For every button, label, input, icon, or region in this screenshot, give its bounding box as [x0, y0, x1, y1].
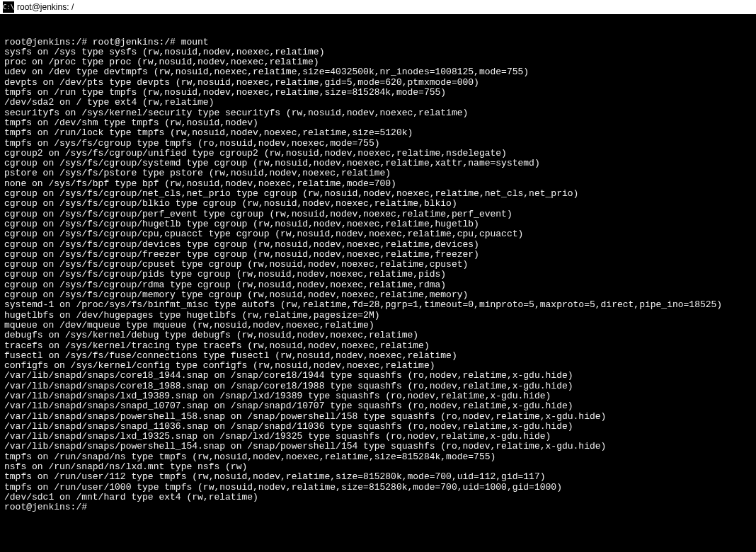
terminal-line: hugetlbfs on /dev/hugepages type hugetlb…	[4, 311, 752, 321]
terminal-line: cgroup on /sys/fs/cgroup/cpu,cpuacct typ…	[4, 229, 752, 239]
terminal-line: securityfs on /sys/kernel/security type …	[4, 108, 752, 118]
terminal-line: /var/lib/snapd/snaps/snapd_10707.snap on…	[4, 401, 752, 411]
window-titlebar: C:\ root@jenkins: /	[0, 0, 756, 14]
terminal-line: tmpfs on /dev/shm type tmpfs (rw,nosuid,…	[4, 118, 752, 128]
terminal-line: devpts on /dev/pts type devpts (rw,nosui…	[4, 78, 752, 88]
terminal-line: debugfs on /sys/kernel/debug type debugf…	[4, 330, 752, 340]
terminal-line: none on /sys/fs/bpf type bpf (rw,nosuid,…	[4, 179, 752, 189]
terminal-line: tmpfs on /run/user/1000 type tmpfs (rw,n…	[4, 483, 752, 493]
terminal-line: cgroup on /sys/fs/cgroup/rdma type cgrou…	[4, 280, 752, 290]
terminal-line: /dev/sda2 on / type ext4 (rw,relatime)	[4, 98, 752, 108]
terminal-line: cgroup on /sys/fs/cgroup/devices type cg…	[4, 240, 752, 250]
terminal-line: /var/lib/snapd/snaps/powershell_158.snap…	[4, 412, 752, 422]
terminal-line: /var/lib/snapd/snaps/powershell_154.snap…	[4, 442, 752, 452]
window-title: root@jenkins: /	[17, 2, 74, 12]
terminal-line: tmpfs on /run type tmpfs (rw,nosuid,node…	[4, 88, 752, 98]
terminal-line: cgroup on /sys/fs/cgroup/memory type cgr…	[4, 290, 752, 300]
terminal-line: /dev/sdc1 on /mnt/hard type ext4 (rw,rel…	[4, 493, 752, 502]
terminal-line: tmpfs on /run/snapd/ns type tmpfs (rw,no…	[4, 452, 752, 462]
terminal-line: tmpfs on /sys/fs/cgroup type tmpfs (ro,n…	[4, 139, 752, 149]
terminal-viewport[interactable]: root@jenkins:/# root@jenkins:/# mountsys…	[0, 14, 756, 552]
terminal-line: /var/lib/snapd/snaps/lxd_19389.snap on /…	[4, 391, 752, 401]
terminal-icon: C:\	[3, 1, 14, 13]
terminal-line: nsfs on /run/snapd/ns/lxd.mnt type nsfs …	[4, 462, 752, 472]
terminal-line: cgroup on /sys/fs/cgroup/net_cls,net_pri…	[4, 189, 752, 199]
terminal-content: root@jenkins:/# root@jenkins:/# mountsys…	[4, 38, 752, 513]
terminal-line: tmpfs on /run/lock type tmpfs (rw,nosuid…	[4, 128, 752, 138]
terminal-line: cgroup on /sys/fs/cgroup/perf_event type…	[4, 209, 752, 219]
terminal-line: fusectl on /sys/fs/fuse/connections type…	[4, 351, 752, 361]
terminal-line: cgroup on /sys/fs/cgroup/hugetlb type cg…	[4, 219, 752, 229]
terminal-line: tracefs on /sys/kernel/tracing type trac…	[4, 341, 752, 351]
terminal-line: configfs on /sys/kernel/config type conf…	[4, 361, 752, 371]
terminal-line: mqueue on /dev/mqueue type mqueue (rw,no…	[4, 321, 752, 330]
terminal-line: cgroup on /sys/fs/cgroup/blkio type cgro…	[4, 199, 752, 209]
terminal-line: cgroup on /sys/fs/cgroup/freezer type cg…	[4, 250, 752, 260]
terminal-line: pstore on /sys/fs/pstore type pstore (rw…	[4, 168, 752, 178]
terminal-line: cgroup2 on /sys/fs/cgroup/unified type c…	[4, 149, 752, 159]
terminal-line: cgroup on /sys/fs/cgroup/cpuset type cgr…	[4, 260, 752, 270]
terminal-line: proc on /proc type proc (rw,nosuid,nodev…	[4, 57, 752, 67]
terminal-line: sysfs on /sys type sysfs (rw,nosuid,node…	[4, 47, 752, 57]
terminal-line: /var/lib/snapd/snaps/core18_1988.snap on…	[4, 381, 752, 391]
terminal-line: root@jenkins:/# root@jenkins:/# mount	[4, 38, 752, 47]
terminal-line: tmpfs on /run/user/112 type tmpfs (rw,no…	[4, 472, 752, 482]
terminal-line: root@jenkins:/#	[4, 502, 752, 512]
terminal-line: udev on /dev type devtmpfs (rw,nosuid,no…	[4, 67, 752, 77]
terminal-line: systemd-1 on /proc/sys/fs/binfmt_misc ty…	[4, 300, 752, 310]
terminal-line: cgroup on /sys/fs/cgroup/systemd type cg…	[4, 159, 752, 168]
terminal-line: /var/lib/snapd/snaps/core18_1944.snap on…	[4, 371, 752, 381]
terminal-line: /var/lib/snapd/snaps/lxd_19325.snap on /…	[4, 432, 752, 442]
terminal-line: cgroup on /sys/fs/cgroup/pids type cgrou…	[4, 270, 752, 280]
terminal-line: /var/lib/snapd/snaps/snapd_11036.snap on…	[4, 422, 752, 432]
